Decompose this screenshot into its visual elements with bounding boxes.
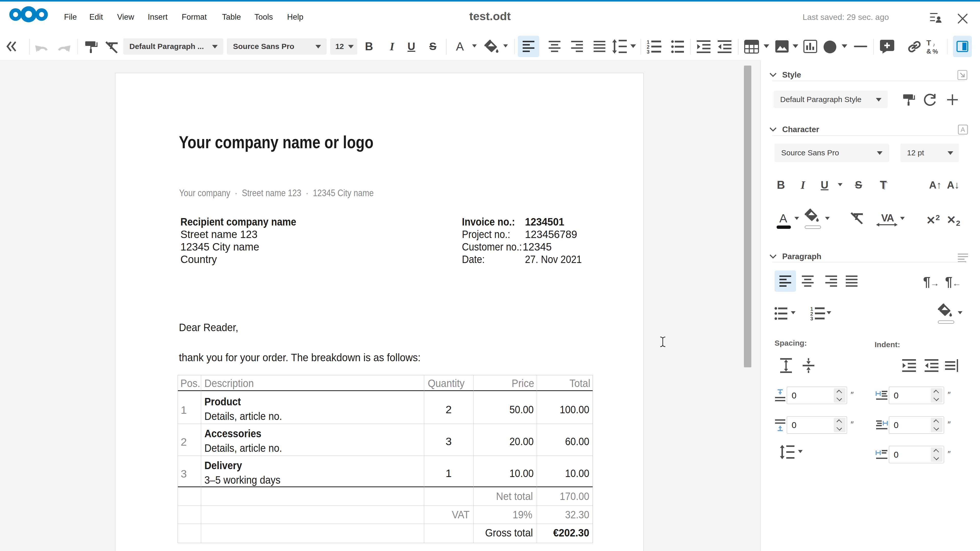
svg-text:3: 3 (647, 49, 649, 54)
svg-text:♪: ♪ (932, 42, 935, 48)
svg-text:3: 3 (810, 316, 813, 321)
svg-text:A: A (961, 126, 965, 133)
svg-text:&: & (926, 48, 931, 54)
svg-text:%: % (932, 48, 938, 54)
svg-text:T: T (926, 40, 931, 47)
